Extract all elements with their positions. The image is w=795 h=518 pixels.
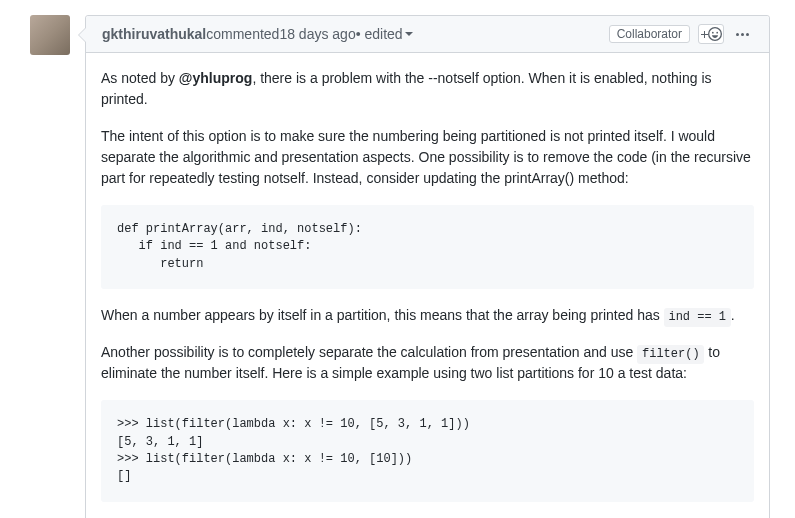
caret-down-icon xyxy=(405,30,413,38)
more-actions-button[interactable] xyxy=(732,33,753,36)
code-block-1: def printArray(arr, ind, notself): if in… xyxy=(101,205,754,289)
p3-pre: When a number appears by itself in a par… xyxy=(101,307,664,323)
smiley-icon xyxy=(708,27,722,41)
plus-icon xyxy=(701,31,708,38)
code-block-2: >>> list(filter(lambda x: x != 10, [5, 3… xyxy=(101,400,754,502)
svg-point-0 xyxy=(736,33,739,36)
timestamp-link[interactable]: 18 days ago xyxy=(279,26,355,42)
svg-point-1 xyxy=(741,33,744,36)
inline-code-filter: filter() xyxy=(637,345,704,364)
p1-pre: As noted by xyxy=(101,70,179,86)
comment-box: gkthiruvathukal commented 18 days ago • … xyxy=(85,15,770,518)
add-reaction-button[interactable] xyxy=(698,24,724,44)
p3-post: . xyxy=(731,307,735,323)
svg-point-2 xyxy=(746,33,749,36)
avatar[interactable] xyxy=(30,15,70,55)
comment-header: gkthiruvathukal commented 18 days ago • … xyxy=(86,16,769,53)
p4-pre: Another possibility is to completely sep… xyxy=(101,344,637,360)
paragraph-2: The intent of this option is to make sur… xyxy=(101,126,754,189)
paragraph-3: When a number appears by itself in a par… xyxy=(101,305,754,326)
comment-action: commented xyxy=(206,26,279,42)
edited-indicator[interactable]: • edited xyxy=(356,26,413,42)
kebab-icon xyxy=(736,33,749,36)
comment-body: As noted by @yhluprog, there is a proble… xyxy=(86,53,769,518)
header-right: Collaborator xyxy=(609,24,753,44)
author-link[interactable]: gkthiruvathukal xyxy=(102,26,206,42)
mention-link[interactable]: @yhluprog xyxy=(179,70,253,86)
paragraph-4: Another possibility is to completely sep… xyxy=(101,342,754,384)
role-badge: Collaborator xyxy=(609,25,690,43)
inline-code-ind: ind == 1 xyxy=(664,308,731,327)
comment-timeline-item: gkthiruvathukal commented 18 days ago • … xyxy=(25,15,770,518)
edited-label: • edited xyxy=(356,26,403,42)
header-left: gkthiruvathukal commented 18 days ago • … xyxy=(102,26,609,42)
paragraph-1: As noted by @yhluprog, there is a proble… xyxy=(101,68,754,110)
